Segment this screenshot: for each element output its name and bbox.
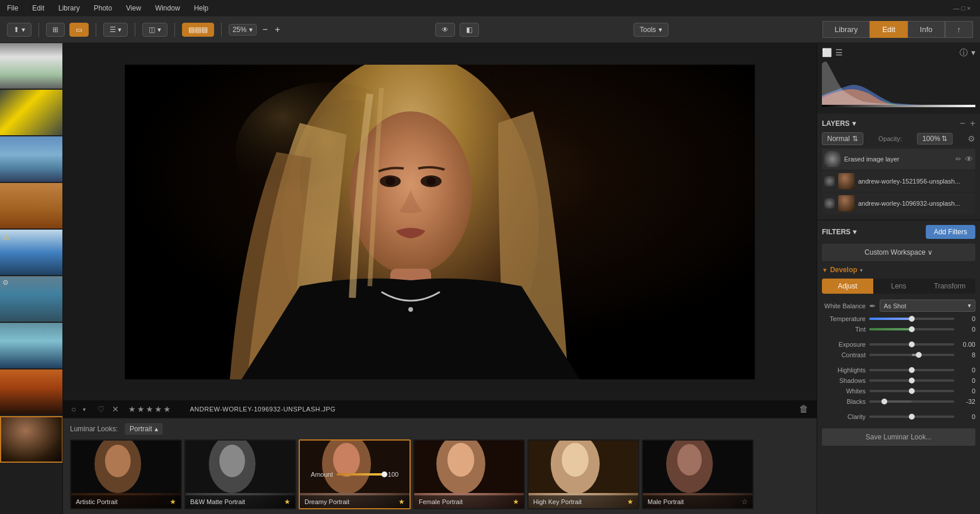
temperature-fill (869, 318, 912, 320)
edit-tab[interactable]: Edit (870, 21, 907, 38)
blacks-slider[interactable] (869, 400, 954, 403)
eyedropper-icon[interactable]: ✒ (869, 301, 876, 311)
hist-icon-1[interactable]: ⬜ (822, 48, 832, 58)
sliders-icon: ⚙ (2, 279, 9, 287)
star-5[interactable]: ★ (163, 404, 171, 414)
temperature-label: Temperature (822, 315, 866, 322)
develop-header[interactable]: ▼ Develop ▾ (822, 266, 975, 274)
exposure-slider[interactable] (869, 343, 954, 346)
look-dreamy[interactable]: Amount 100 Dreamy Portrait ★ (299, 439, 411, 509)
grid-view-button[interactable]: ⊞ (46, 23, 65, 37)
before-after-button[interactable]: ◧ (460, 23, 479, 37)
delete-icon[interactable]: 🗑 (799, 404, 808, 414)
develop-expand-arrow: ▾ (860, 267, 863, 273)
layers-section: LAYERS ▾ − + Normal ⇅ Opacity: 100% ⇅ (817, 114, 980, 220)
highlights-slider[interactable] (869, 369, 954, 371)
hist-icon-dropdown[interactable]: ▾ (971, 48, 975, 58)
zoom-in-button[interactable]: + (274, 25, 281, 34)
layer-edit-icon[interactable]: ✏ (956, 155, 961, 163)
add-filters-button[interactable]: Add Filters (926, 225, 975, 239)
filmstrip-thumb-3[interactable] (0, 136, 63, 183)
blacks-thumb[interactable] (881, 399, 887, 404)
layers-minimize[interactable]: − (960, 118, 965, 129)
sub-tab-lens[interactable]: Lens (873, 279, 925, 294)
list-view-button[interactable]: ☰ ▾ (103, 23, 128, 37)
export-button[interactable]: ↑ (945, 21, 974, 38)
layer-3[interactable]: andrew-worley-1096932-unsplash... (822, 193, 975, 214)
amount-label: Amount (311, 471, 333, 478)
contrast-slider[interactable] (869, 354, 954, 356)
filmstrip-thumb-6[interactable]: ⚙ (0, 276, 63, 323)
clarity-slider[interactable] (869, 416, 954, 418)
menu-window[interactable]: Window (153, 3, 183, 13)
custom-workspace-button[interactable]: Custom Workspace ∨ (822, 244, 975, 261)
tint-slider[interactable] (869, 328, 954, 330)
filmstrip-thumb-7[interactable] (0, 323, 63, 369)
import-button[interactable]: ⬆ ▾ (7, 23, 32, 37)
filmstrip-thumb-1[interactable] (0, 43, 63, 90)
filmstrip-thumb-8[interactable] (0, 369, 63, 416)
look-female[interactable]: Female Portrait ★ (413, 439, 525, 509)
whites-thumb[interactable] (909, 388, 915, 394)
tint-thumb[interactable] (909, 326, 915, 332)
star-1[interactable]: ★ (128, 404, 136, 414)
sub-tab-adjust[interactable]: Adjust (822, 279, 873, 294)
clarity-thumb[interactable] (909, 414, 915, 420)
look-artistic-portrait[interactable]: Artistic Portrait ★ (70, 439, 182, 509)
star-2[interactable]: ★ (137, 404, 145, 414)
look-label-bw: B&W Matte Portrait ★ (186, 495, 295, 508)
amount-thumb[interactable] (382, 471, 387, 477)
sub-tab-transform[interactable]: Transform (924, 279, 975, 294)
highlights-thumb[interactable] (909, 367, 915, 373)
filmstrip-thumb-2[interactable] (0, 90, 63, 136)
save-luminar-button[interactable]: Save Luminar Look... (822, 428, 975, 446)
layers-gear[interactable]: ⚙ (968, 134, 975, 143)
filmstrip-thumb-4[interactable] (0, 183, 63, 230)
zoom-out-button[interactable]: − (261, 25, 269, 34)
layers-add[interactable]: + (970, 118, 975, 129)
reject-icon[interactable]: ✕ (112, 404, 119, 414)
contrast-thumb[interactable] (916, 352, 922, 358)
hist-icon-2[interactable]: ☰ (835, 48, 843, 58)
opacity-value-display[interactable]: 100% ⇅ (917, 133, 953, 145)
library-tab[interactable]: Library (822, 21, 870, 38)
looks-category-name: Portrait (130, 425, 152, 433)
layer-erased[interactable]: Erased image layer ✏ 👁 (822, 149, 975, 170)
menu-edit[interactable]: Edit (30, 3, 47, 13)
image-viewer (63, 43, 817, 400)
layer-visibility-icon[interactable]: 👁 (965, 154, 973, 164)
look-highkey[interactable]: High Key Portrait ★ (527, 439, 639, 509)
menu-help[interactable]: Help (192, 3, 211, 13)
temperature-slider[interactable] (869, 318, 954, 320)
temperature-thumb[interactable] (909, 316, 915, 322)
amount-bar[interactable]: Amount 100 (311, 471, 398, 478)
looks-category-selector[interactable]: Portrait ▴ (125, 423, 163, 435)
filmstrip-thumb-5[interactable]: ⚠ (0, 230, 63, 276)
exposure-thumb[interactable] (909, 342, 915, 347)
tools-button[interactable]: Tools ▾ (634, 23, 668, 37)
whites-slider[interactable] (869, 390, 954, 392)
look-bw-matte[interactable]: B&W Matte Portrait ★ (184, 439, 296, 509)
preview-button[interactable]: 👁 (435, 23, 455, 37)
compare-button[interactable]: ◫ ▾ (142, 23, 167, 37)
menu-library[interactable]: Library (56, 3, 82, 13)
menu-file[interactable]: File (5, 3, 20, 13)
filmstrip-button[interactable]: ▤▤▤ (182, 23, 214, 37)
blend-mode-select[interactable]: Normal ⇅ (822, 132, 863, 145)
star-3[interactable]: ★ (146, 404, 153, 414)
wb-select[interactable]: As Shot ▾ (880, 300, 975, 312)
single-view-button[interactable]: ▭ (69, 23, 89, 37)
star-4[interactable]: ★ (155, 404, 162, 414)
heart-icon[interactable]: ♡ (97, 404, 105, 414)
shadows-thumb[interactable] (909, 378, 915, 383)
look-male[interactable]: Male Portrait ☆ (642, 439, 754, 509)
amount-track[interactable] (337, 473, 384, 476)
svg-point-7 (426, 177, 436, 185)
info-tab[interactable]: Info (908, 21, 945, 38)
layer-2[interactable]: andrew-worley-1521956-unsplash... (822, 171, 975, 192)
menu-photo[interactable]: Photo (92, 3, 114, 13)
menu-view[interactable]: View (124, 3, 144, 13)
hist-icon-info[interactable]: ⓘ (960, 48, 968, 58)
shadows-slider[interactable] (869, 379, 954, 382)
filmstrip-thumb-9[interactable] (0, 416, 63, 463)
